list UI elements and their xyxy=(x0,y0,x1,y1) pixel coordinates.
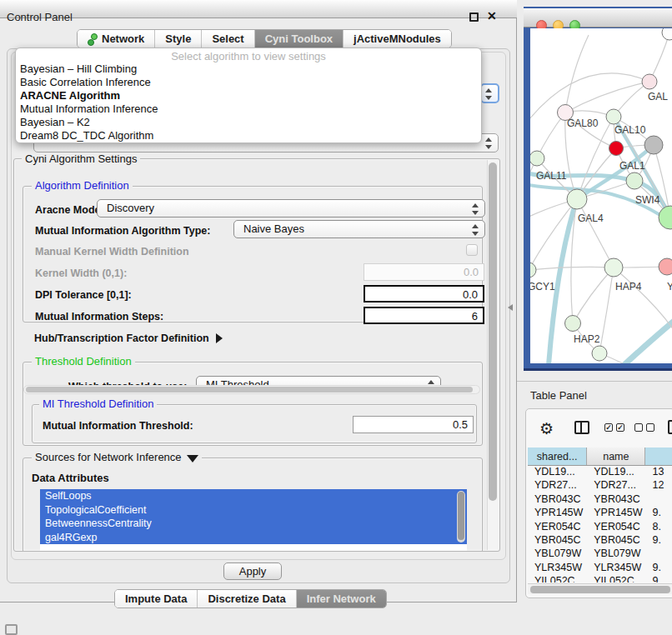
dpi-tolerance-label: DPI Tolerance [0,1]: xyxy=(35,289,132,301)
dropdown-item-mutual-information-inference[interactable]: Mutual Information Inference xyxy=(16,102,481,116)
dropdown-item-aracne-algorithm[interactable]: ARACNE Algorithm xyxy=(16,89,481,102)
aracne-mode-combo[interactable]: Discovery xyxy=(97,199,485,218)
manual-kernel-label: Manual Kernel Width Definition xyxy=(35,246,189,258)
mi-threshold-field[interactable]: 0.5 xyxy=(353,416,474,433)
table-cell: YBR043C xyxy=(587,493,645,507)
network-node[interactable] xyxy=(644,136,663,154)
table-row[interactable]: YIL052CYIL052C9. xyxy=(528,575,672,582)
column-header-shared[interactable]: shared... xyxy=(528,448,587,465)
network-node[interactable] xyxy=(530,151,544,166)
algorithm-dropdown: Select algorithm to view settings Bayesi… xyxy=(15,48,482,143)
table-row[interactable]: YER054CYER054C8. xyxy=(528,521,672,534)
network-node[interactable] xyxy=(642,74,657,89)
close-icon[interactable]: ✕ xyxy=(487,9,497,22)
attribute-item-gal4rgexp[interactable]: gal4RGexp xyxy=(40,531,467,545)
table-cell: 8. xyxy=(645,521,672,534)
hub-definition-expander[interactable]: Hub/Transcription Factor Definition xyxy=(34,332,223,344)
column-header-2[interactable] xyxy=(645,448,672,465)
table-cell: YPR145W xyxy=(528,507,587,520)
data-attributes-list[interactable]: SelfLoopsTopologicalCoefficientBetweenne… xyxy=(40,489,467,552)
attribute-item-betweennesscentrality[interactable]: BetweennessCentrality xyxy=(40,517,467,531)
mi-steps-field[interactable]: 6 xyxy=(364,307,484,324)
dropdown-item-bayesian-hill-climbing[interactable]: Bayesian – Hill Climbing xyxy=(16,62,481,76)
table-cell: YBR045C xyxy=(528,534,587,548)
table-horizontal-scrollbar-thumb[interactable] xyxy=(530,586,670,593)
apply-button[interactable]: Apply xyxy=(223,562,282,580)
network-canvas[interactable]: GALGAL80GAL10GAL1GAL11SWI4GAL4GCY1HAP4YH… xyxy=(530,28,672,363)
network-edge xyxy=(573,268,614,323)
attribute-item-topologicalcoefficient[interactable]: TopologicalCoefficient xyxy=(40,503,467,518)
settings-horizontal-scrollbar[interactable] xyxy=(23,385,480,394)
splitter-collapse-icon[interactable] xyxy=(508,304,513,311)
control-panel-titlebar xyxy=(0,0,517,18)
checked-checkbox-icon[interactable]: ✓ xyxy=(616,423,624,432)
algorithm-definition-title: Algorithm Definition xyxy=(32,179,133,192)
network-node[interactable] xyxy=(606,109,621,124)
network-node[interactable] xyxy=(659,258,672,275)
kernel-width-field[interactable]: 0.0 xyxy=(364,263,484,281)
bottom-tabs: Impute DataDiscretize DataInfer Network xyxy=(114,589,387,608)
table-cell: 9. xyxy=(645,562,672,575)
tab-cyni-toolbox[interactable]: Cyni Toolbox xyxy=(255,30,344,48)
node-label-hap4: HAP4 xyxy=(615,281,642,292)
node-label-gal: GAL xyxy=(648,91,668,102)
table-row[interactable]: YDR27...YDR27...12 xyxy=(528,479,672,492)
dpi-tolerance-field[interactable]: 0.0 xyxy=(364,285,484,302)
unchecked-checkbox-icon[interactable] xyxy=(634,423,643,432)
table-cell: YIL052C xyxy=(587,575,645,582)
manual-kernel-checkbox[interactable] xyxy=(466,244,478,256)
bottom-tab-discretize-data[interactable]: Discretize Data xyxy=(198,590,296,608)
network-node[interactable] xyxy=(659,206,672,229)
network-node[interactable] xyxy=(604,258,623,277)
mi-type-combo[interactable]: Naive Bayes xyxy=(233,220,485,238)
network-node[interactable] xyxy=(626,172,643,189)
tab-jactivemnodules[interactable]: jActiveMNodules xyxy=(344,30,451,48)
attributes-scrollbar-thumb[interactable] xyxy=(458,492,464,540)
network-edge xyxy=(614,268,672,330)
table-row[interactable]: YBL079WYBL079W xyxy=(528,548,672,561)
tab-select-label: Select xyxy=(212,32,243,45)
column-header-name[interactable]: name xyxy=(587,448,645,465)
network-node[interactable] xyxy=(662,28,672,40)
dropdown-item-dream8-dc-tdc-algorithm[interactable]: Dream8 DC_TDC Algorithm xyxy=(16,129,481,142)
hub-definition-label: Hub/Transcription Factor Definition xyxy=(34,332,209,344)
table-cell xyxy=(645,548,672,561)
gear-icon[interactable]: ⚙ xyxy=(539,419,554,438)
sources-expander[interactable]: Sources for Network Inference xyxy=(32,451,202,463)
node-label-gal4: GAL4 xyxy=(578,212,604,224)
algorithm-combo-right-end[interactable] xyxy=(480,83,499,103)
attributes-scrollbar[interactable] xyxy=(457,491,465,542)
tab-network[interactable]: Network xyxy=(78,30,155,48)
network-node[interactable] xyxy=(530,262,536,278)
settings-horizontal-scrollbar-thumb[interactable] xyxy=(26,387,473,392)
table-row[interactable]: YDL19...YDL19...13 xyxy=(528,466,672,479)
network-node[interactable] xyxy=(567,189,587,209)
mini-panel-icon[interactable] xyxy=(5,624,18,635)
table-row[interactable]: YPR145WYPR145W9. xyxy=(528,507,672,520)
table-cell: YDR27... xyxy=(528,479,587,492)
table-horizontal-scrollbar[interactable] xyxy=(528,583,672,594)
panel-divider[interactable] xyxy=(517,381,672,382)
bottom-tab-infer-network[interactable]: Infer Network xyxy=(297,590,386,608)
network-node[interactable] xyxy=(565,316,581,332)
network-node[interactable] xyxy=(609,142,624,156)
settings-vertical-scrollbar-thumb[interactable] xyxy=(489,162,497,501)
dropdown-item-bayesian-k2[interactable]: Bayesian – K2 xyxy=(16,116,481,129)
network-node[interactable] xyxy=(592,346,607,361)
checked-checkbox-icon[interactable]: ✓ xyxy=(604,423,613,432)
columns-icon[interactable] xyxy=(574,421,589,434)
attribute-item-selfloops[interactable]: SelfLoops xyxy=(40,489,467,503)
table-cell: 9. xyxy=(645,507,672,520)
tab-select[interactable]: Select xyxy=(202,30,254,48)
table-row[interactable]: YLR345WYLR345W9. xyxy=(528,562,672,575)
float-icon[interactable] xyxy=(469,12,479,22)
tab-style-label: Style xyxy=(165,32,191,45)
bottom-tab-impute-data[interactable]: Impute Data xyxy=(115,590,198,608)
unchecked-checkbox-icon[interactable] xyxy=(646,423,654,432)
document-icon[interactable] xyxy=(668,420,672,434)
node-label-y: Y xyxy=(667,281,672,292)
table-row[interactable]: YBR045CYBR045C9. xyxy=(528,534,672,548)
table-row[interactable]: YBR043CYBR043C xyxy=(528,493,672,507)
tab-style[interactable]: Style xyxy=(155,30,202,48)
dropdown-item-basic-correlation-inference[interactable]: Basic Correlation Inference xyxy=(16,76,481,89)
